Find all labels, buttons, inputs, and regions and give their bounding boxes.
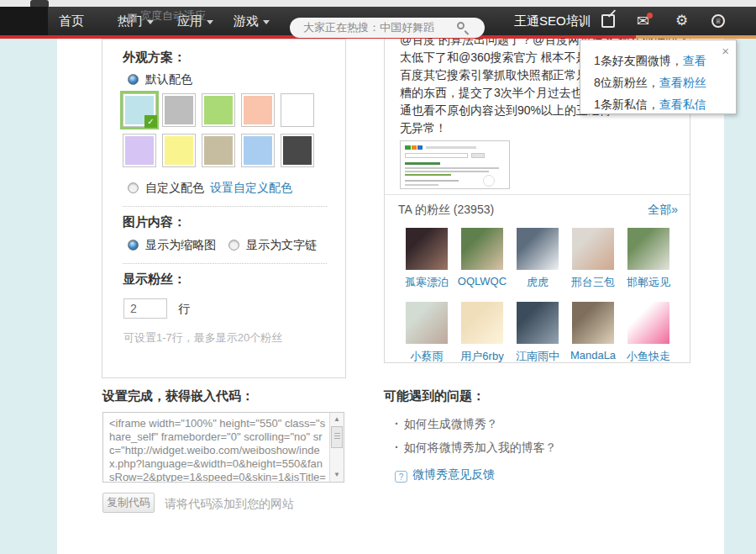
color-swatch[interactable]: ✓ — [281, 134, 314, 167]
thumbnail-radio[interactable] — [128, 240, 139, 251]
color-swatch[interactable]: ✓ — [162, 93, 196, 127]
scroll-up-icon[interactable]: ▲ — [330, 414, 344, 425]
notification-item: 1条新私信，查看私信 — [594, 93, 736, 115]
divider — [123, 206, 327, 207]
fan-card[interactable]: 邯郸远见 — [621, 228, 676, 290]
color-swatch[interactable]: ✓ — [202, 93, 235, 127]
notification-popup: × 1条好友圈微博，查看 8位新粉丝，查看粉丝 1条新私信，查看私信 — [580, 40, 737, 114]
show-fans-title: 显示粉丝： — [123, 272, 186, 288]
fan-avatar[interactable] — [406, 228, 448, 270]
fan-avatar[interactable] — [627, 302, 669, 344]
set-custom-scheme-link[interactable]: 设置自定义配色 — [210, 181, 292, 196]
fan-avatar[interactable] — [517, 228, 559, 270]
copy-code-button[interactable]: 复制代码 — [102, 493, 155, 513]
weibo-logo-area — [0, 7, 48, 35]
feedback-link[interactable]: ?微博秀意见反馈 — [395, 467, 495, 483]
username-link[interactable]: 王通SEO培训 — [514, 7, 591, 35]
fan-name[interactable]: 邢台三包 — [565, 275, 621, 290]
rows-hint: 可设置1-7行，最多显示20个粉丝 — [123, 330, 282, 346]
fan-card[interactable]: 江南雨中 — [510, 302, 565, 364]
faq-item-add-to-blog[interactable]: 如何将微博秀加入我的博客？ — [395, 441, 557, 456]
scroll-down-icon[interactable]: ▼ — [330, 469, 344, 481]
mail-icon[interactable]: ✉ — [637, 10, 649, 32]
fans-section-title: TA 的粉丝 (23953) — [398, 203, 494, 218]
search-input[interactable]: 大家正在热搜：中国好舞蹈 — [290, 18, 485, 38]
fan-avatar[interactable] — [517, 302, 559, 344]
custom-scheme-radio[interactable] — [128, 182, 139, 193]
divider — [123, 263, 327, 264]
fan-card[interactable]: 小蔡雨 — [399, 302, 454, 364]
top-navbar: 首页 热门 应用 游戏 大家正在热搜：中国好舞蹈 王通SEO培训 ✉ ⚙ ♕ — [0, 7, 756, 35]
view-dm-link[interactable]: 查看私信 — [659, 98, 706, 111]
color-swatch[interactable]: ✓ — [123, 134, 156, 167]
preview-divider — [385, 194, 690, 195]
accent-line-orange — [636, 35, 756, 39]
question-bubble-icon: ? — [395, 471, 407, 483]
member-icon[interactable]: ♕ — [711, 14, 725, 28]
fans-rows-input[interactable] — [123, 298, 167, 319]
post-image-thumbnail[interactable] — [400, 140, 510, 189]
appearance-title: 外观方案： — [123, 50, 186, 66]
fan-avatar[interactable] — [406, 302, 448, 344]
default-scheme-label: 默认配色 — [145, 72, 192, 87]
fan-avatar[interactable] — [572, 228, 614, 270]
fan-card[interactable]: 小鱼快走 — [621, 302, 676, 364]
fan-name[interactable]: OQLWQC — [454, 275, 510, 288]
color-swatch[interactable]: ✓ — [162, 134, 196, 167]
textlink-radio[interactable] — [228, 240, 239, 251]
fan-card[interactable]: OQLWQC — [454, 228, 510, 290]
width-auto-checkbox[interactable]: ✓宽度自动适应 — [128, 8, 206, 24]
fan-card[interactable]: 孤寒漂泊 — [399, 228, 454, 290]
fan-name[interactable]: 江南雨中 — [510, 349, 565, 364]
color-swatch[interactable]: ✓ — [241, 134, 275, 167]
view-fans-link[interactable]: 查看粉丝 — [659, 76, 706, 89]
fans-all-link[interactable]: 全部» — [648, 203, 678, 218]
custom-scheme-label: 自定义配色 — [145, 181, 204, 196]
fan-name[interactable]: 孤寒漂泊 — [399, 275, 454, 290]
thumbnail-radio-label: 显示为缩略图 — [145, 238, 216, 253]
fan-card[interactable]: MandaLa — [565, 302, 621, 364]
fan-avatar[interactable] — [572, 302, 614, 344]
default-scheme-radio[interactable] — [128, 74, 139, 85]
rows-unit-label: 行 — [178, 302, 190, 317]
fan-avatar[interactable] — [627, 228, 669, 270]
fan-avatar[interactable] — [461, 302, 503, 344]
nav-item-games[interactable]: 游戏 — [234, 7, 270, 35]
color-swatch[interactable]: ✓ — [202, 134, 235, 167]
view-weibo-link[interactable]: 查看 — [683, 54, 706, 67]
faq-item-generate[interactable]: 如何生成微博秀？ — [395, 417, 498, 432]
scrollbar[interactable]: ▲ ▼ — [329, 413, 344, 482]
color-swatch[interactable]: ✓ — [123, 93, 156, 127]
fan-name[interactable]: 邯郸远见 — [621, 275, 676, 290]
compose-icon[interactable] — [601, 14, 615, 28]
fan-name[interactable]: 小鱼快走 — [621, 349, 676, 364]
fans-grid: 孤寒漂泊 OQLWQC 虎虎 邢台三包 邯郸远见 小蔡雨 用户6rby 江南雨中… — [399, 228, 680, 376]
nav-item-home[interactable]: 首页 — [59, 7, 84, 35]
notification-dot — [647, 13, 653, 18]
scrollbar-thumb[interactable] — [331, 426, 343, 448]
swatch-grid: ✓ ✓ ✓ ✓ ✓ ✓ ✓ ✓ ✓ ✓ — [123, 93, 324, 174]
chevron-down-icon — [207, 20, 213, 24]
fan-avatar[interactable] — [461, 228, 503, 270]
gear-icon[interactable]: ⚙ — [675, 10, 688, 32]
fan-card[interactable]: 用户6rby — [454, 302, 510, 364]
image-content-title: 图片内容： — [123, 214, 186, 230]
chevron-down-icon — [263, 20, 270, 24]
embed-code-text: <iframe width="100%" height="550" class=… — [103, 413, 329, 482]
selected-check-icon: ✓ — [144, 115, 157, 128]
fan-card[interactable]: 邢台三包 — [565, 228, 621, 290]
color-swatch[interactable]: ✓ — [281, 93, 314, 127]
browser-chrome-strip — [0, 0, 756, 7]
fan-name[interactable]: MandaLa — [565, 349, 621, 361]
close-icon[interactable]: × — [722, 44, 729, 58]
fan-name[interactable]: 虎虎 — [510, 275, 565, 290]
left-theme-strip — [0, 39, 57, 554]
search-icon[interactable] — [457, 22, 465, 29]
embed-code-textarea[interactable]: <iframe width="100%" height="550" class=… — [102, 412, 344, 483]
search-placeholder: 大家正在热搜：中国好舞蹈 — [303, 21, 434, 34]
fan-card[interactable]: 虎虎 — [510, 228, 565, 290]
textlink-radio-label: 显示为文字链 — [246, 238, 317, 253]
color-swatch[interactable]: ✓ — [241, 93, 275, 127]
fan-name[interactable]: 用户6rby — [454, 349, 510, 364]
fan-name[interactable]: 小蔡雨 — [399, 349, 454, 364]
